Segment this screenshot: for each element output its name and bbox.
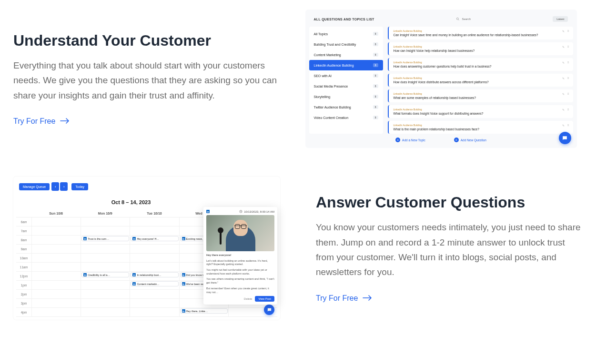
edit-icon[interactable]: ✎ [562, 108, 565, 111]
hour-label: 2pm [16, 290, 31, 298]
linkedin-icon: in [182, 309, 185, 313]
topic-item[interactable]: Content Marketing8 [309, 49, 383, 60]
edit-icon[interactable]: ✎ [562, 77, 565, 80]
menu-icon[interactable]: ≡ [567, 30, 569, 33]
calendar-cell[interactable] [31, 308, 81, 316]
calendar-event[interactable]: inTrust is the corn… [81, 236, 129, 241]
section2-cta-link[interactable]: Try For Free [316, 294, 372, 303]
calendar-cell[interactable] [31, 299, 81, 307]
topic-item[interactable]: Storytelling8 [309, 91, 383, 102]
question-card[interactable]: LinkedIn Audience BuildingCan Insight Vo… [388, 27, 573, 39]
topic-item[interactable]: LinkedIn Audience Building8 [309, 60, 383, 70]
calendar-event[interactable]: inHey everyone! H… [131, 236, 178, 241]
calendar-cell[interactable] [31, 245, 81, 253]
add-topic-button[interactable]: +Add a New Topic [395, 134, 425, 144]
calendar-cell[interactable] [130, 308, 179, 316]
calendar-cell[interactable] [130, 254, 179, 262]
hour-label: 12pm [16, 272, 31, 280]
topic-item[interactable]: All Topics8 [309, 29, 383, 39]
calendar-cell[interactable] [31, 272, 81, 280]
hour-label: 7am [16, 226, 31, 235]
calendar-cell[interactable] [81, 281, 130, 289]
calendar-cell[interactable]: inContent marketin… [130, 281, 179, 289]
add-topic-label: Add a New Topic [402, 138, 425, 142]
calendar-cell[interactable] [81, 263, 130, 271]
calendar-cell[interactable]: inHey there, Linke… [179, 308, 228, 316]
menu-icon[interactable]: ≡ [567, 61, 569, 64]
calendar-cell[interactable]: inHey everyone! H… [130, 236, 179, 244]
manage-queue-button[interactable]: Manage Queue [19, 183, 50, 190]
linkedin-icon: in [132, 273, 136, 276]
search-input[interactable]: Search [456, 17, 471, 21]
menu-icon[interactable]: ≡ [567, 108, 569, 111]
chat-widget-icon[interactable] [264, 305, 274, 315]
edit-icon[interactable]: ✎ [562, 30, 565, 33]
topic-item[interactable]: Twitter Audience Building8 [309, 102, 383, 112]
today-button[interactable]: Today [71, 183, 88, 190]
calendar-cell[interactable] [130, 217, 179, 226]
linkedin-icon: in [182, 282, 185, 285]
question-card[interactable]: LinkedIn Audience BuildingHow can Insigh… [388, 42, 573, 55]
topic-item[interactable]: Building Trust and Credibility8 [309, 39, 383, 49]
hour-label: 1pm [16, 281, 31, 289]
video-thumbnail[interactable] [206, 215, 274, 251]
section2-heading: Answer Customer Questions [316, 194, 583, 211]
calendar-cell[interactable] [31, 236, 81, 244]
calendar-event[interactable]: inContent marketin… [131, 281, 178, 286]
calendar-cell[interactable] [81, 226, 130, 235]
calendar-event[interactable]: inCredibility is all a… [81, 272, 129, 277]
edit-icon[interactable]: ✎ [562, 92, 565, 96]
edit-icon[interactable]: ✎ [562, 124, 565, 127]
calendar-event[interactable]: inIn relationship busi… [131, 272, 178, 277]
calendar-cell[interactable]: inIn relationship busi… [130, 272, 179, 280]
linkedin-icon: in [83, 237, 87, 240]
calendar-cell[interactable] [130, 245, 179, 253]
menu-icon[interactable]: ≡ [567, 92, 569, 96]
linkedin-icon: in [132, 237, 136, 240]
calendar-cell[interactable] [81, 299, 130, 307]
calendar-cell[interactable] [130, 263, 179, 271]
calendar-cell[interactable] [31, 263, 81, 271]
calendar-cell[interactable] [31, 226, 81, 235]
edit-icon[interactable]: ✎ [562, 61, 565, 64]
view-post-button[interactable]: View Post [255, 296, 274, 302]
menu-icon[interactable]: ≡ [567, 77, 569, 80]
question-card[interactable]: LinkedIn Audience BuildingWhat is the ma… [388, 121, 573, 134]
menu-icon[interactable]: ≡ [567, 45, 569, 49]
calendar-cell[interactable] [31, 217, 81, 226]
calendar-cell[interactable] [81, 254, 130, 262]
hour-label: 10am [16, 254, 31, 262]
questions-column: LinkedIn Audience BuildingCan Insight Vo… [388, 27, 573, 134]
calendar-cell[interactable] [81, 308, 130, 316]
edit-icon[interactable]: ✎ [562, 45, 565, 49]
calendar-cell[interactable] [81, 217, 130, 226]
next-button[interactable]: › [60, 182, 68, 191]
question-card[interactable]: LinkedIn Audience BuildingWhat are some … [388, 89, 573, 102]
delete-button[interactable]: Delete [244, 297, 252, 300]
topic-item[interactable]: Social Media Presence8 [309, 81, 383, 91]
menu-icon[interactable]: ≡ [567, 124, 569, 127]
calendar-cell[interactable] [130, 226, 179, 235]
calendar-cell[interactable] [31, 290, 81, 298]
section1-cta-link[interactable]: Try For Free [13, 117, 70, 126]
question-card[interactable]: LinkedIn Audience BuildingWhat formats d… [388, 105, 573, 118]
question-card[interactable]: LinkedIn Audience BuildingHow does Insig… [388, 74, 573, 87]
add-question-button[interactable]: +Add New Question [454, 134, 486, 144]
calendar-cell[interactable] [31, 254, 81, 262]
calendar-cell[interactable] [130, 290, 179, 298]
calendar-cell[interactable]: inCredibility is all a… [81, 272, 130, 280]
chat-widget-icon[interactable] [559, 132, 571, 144]
prev-button[interactable]: ‹ [51, 182, 59, 191]
calendar-cell[interactable] [81, 290, 130, 298]
sort-button[interactable]: Latest [553, 16, 568, 22]
calendar-event[interactable]: inHey there, Linke… [180, 308, 228, 314]
calendar-cell[interactable] [130, 299, 179, 307]
question-card[interactable]: LinkedIn Audience BuildingHow does answe… [388, 58, 573, 71]
topic-item[interactable]: Video Content Creation8 [309, 112, 383, 123]
calendar-cell[interactable]: inTrust is the corn… [81, 236, 130, 244]
calendar-cell[interactable] [81, 245, 130, 253]
linkedin-icon: in [132, 282, 136, 285]
topic-item[interactable]: SEO with AI8 [309, 70, 383, 81]
calendar-cell[interactable] [31, 281, 81, 289]
popup-text: Let's talk about building an online audi… [206, 259, 274, 266]
